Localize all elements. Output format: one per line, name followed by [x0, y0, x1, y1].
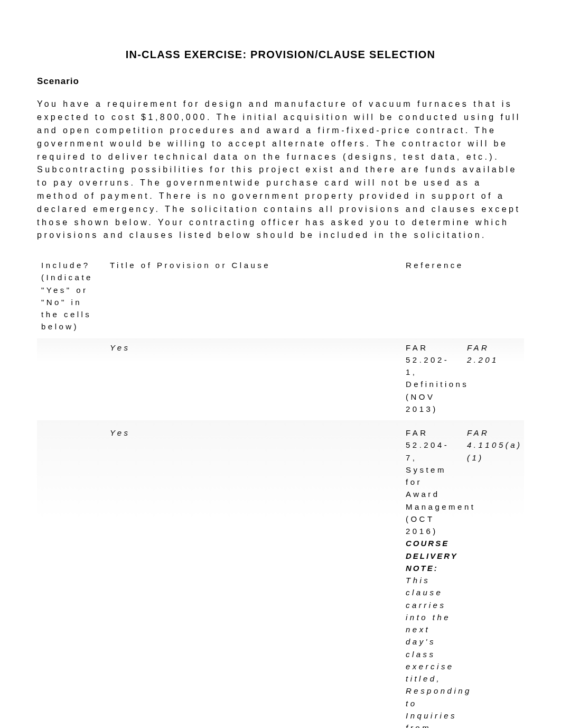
- scenario-heading: Scenario: [37, 75, 524, 88]
- table-header-row: Include? (Indicate "Yes" or "No" in the …: [37, 256, 524, 338]
- course-delivery-note-lead: COURSE DELIVERY NOTE:: [406, 539, 457, 573]
- include-cell: Yes: [106, 338, 401, 421]
- table-row: Yes FAR 52.204-7, System for Award Manag…: [37, 420, 524, 728]
- exercise-title: IN-CLASS EXERCISE: PROVISION/CLAUSE SELE…: [37, 47, 524, 63]
- col-ref-header: Reference: [401, 256, 463, 338]
- include-cell: Yes: [106, 420, 401, 728]
- col-include-header: Include? (Indicate "Yes" or "No" in the …: [37, 256, 106, 338]
- title-cell: FAR 52.202-1, Definitions (NOV 2013): [401, 338, 463, 421]
- col-title-header: Title of Provision or Clause: [106, 256, 401, 338]
- table-row: Yes FAR 52.202-1, Definitions (NOV 2013)…: [37, 338, 524, 421]
- ref-cell: FAR 2.201: [463, 338, 524, 421]
- clause-table: Include? (Indicate "Yes" or "No" in the …: [37, 256, 524, 728]
- scenario-body: You have a requirement for design and ma…: [37, 98, 524, 242]
- page: IN-CLASS EXERCISE: PROVISION/CLAUSE SELE…: [0, 0, 561, 728]
- title-cell: FAR 52.204-7, System for Award Managemen…: [401, 420, 463, 728]
- ref-cell: FAR 4.1105(a)(1): [463, 420, 524, 728]
- course-delivery-note-rest: This clause carries into the next day's …: [406, 576, 472, 728]
